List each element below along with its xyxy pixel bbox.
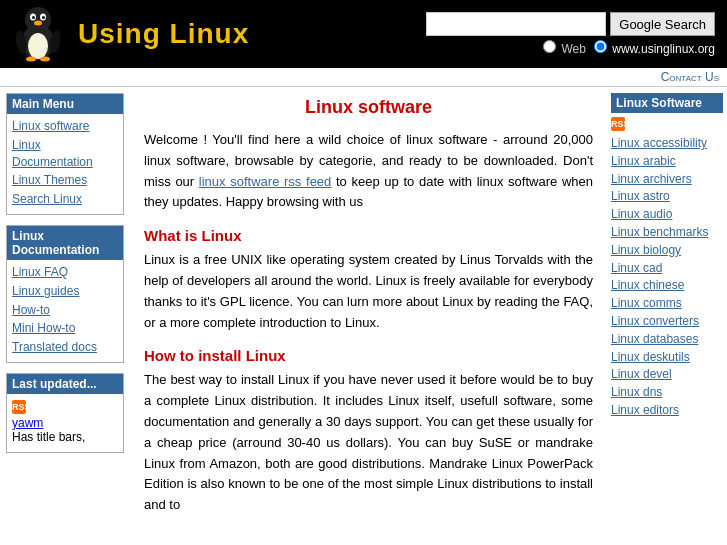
sidebar-item-linux-themes[interactable]: Linux Themes <box>12 172 118 189</box>
main-layout: Main Menu Linux software Linux Documenta… <box>0 87 727 534</box>
header: Using Linux Google Search Web www.usingl… <box>0 0 727 68</box>
content-title: Linux software <box>144 97 593 118</box>
contact-bar: Contact Us <box>0 68 727 87</box>
linux-doc-title: Linux Documentation <box>7 226 123 260</box>
rs-linux-chinese[interactable]: Linux chinese <box>611 277 723 294</box>
last-updated-item[interactable]: yawm <box>12 416 43 430</box>
svg-point-1 <box>28 33 48 59</box>
section2-title: How to install Linux <box>144 347 593 364</box>
rs-linux-benchmarks[interactable]: Linux benchmarks <box>611 224 723 241</box>
radio-site[interactable] <box>594 40 607 53</box>
sidebar-item-search-linux[interactable]: Search Linux <box>12 191 118 208</box>
radio-web-label[interactable]: Web <box>543 40 586 56</box>
search-button[interactable]: Google Search <box>610 12 715 36</box>
search-area: Google Search Web www.usinglinux.org <box>426 12 719 56</box>
logo-text: Using Linux <box>78 18 249 50</box>
sidebar-item-linux-software[interactable]: Linux software <box>12 118 118 135</box>
right-rss-icon-wrapper: RSS <box>611 115 723 135</box>
content-intro: Welcome ! You'll find here a wild choice… <box>144 130 593 213</box>
rs-linux-cad[interactable]: Linux cad <box>611 260 723 277</box>
tux-logo-icon <box>8 4 68 64</box>
svg-point-2 <box>25 7 51 33</box>
sidebar-item-translated-docs[interactable]: Translated docs <box>12 339 118 356</box>
main-menu-content: Linux software Linux Documentation Linux… <box>7 114 123 214</box>
section1-text: Linux is a free UNIX like operating syst… <box>144 250 593 333</box>
svg-point-8 <box>26 57 36 62</box>
header-logo: Using Linux <box>8 4 249 64</box>
logo-plain: Using <box>78 18 170 49</box>
sidebar-item-mini-how-to[interactable]: Mini How-to <box>12 320 118 337</box>
svg-point-9 <box>40 57 50 62</box>
linux-doc-box: Linux Documentation Linux FAQ Linux guid… <box>6 225 124 363</box>
left-sidebar: Main Menu Linux software Linux Documenta… <box>0 87 130 534</box>
sidebar-item-how-to[interactable]: How-to <box>12 302 118 319</box>
radio-site-label[interactable]: www.usinglinux.org <box>594 40 715 56</box>
svg-point-7 <box>34 21 42 26</box>
rss-icon: RSS <box>12 400 26 414</box>
search-options: Web www.usinglinux.org <box>543 40 715 56</box>
last-updated-content: RSS yawm Has title bars, <box>7 394 123 452</box>
right-sidebar: Linux Software RSS Linux accessibility L… <box>607 87 727 534</box>
sidebar-item-linux-documentation[interactable]: Linux Documentation <box>12 137 118 171</box>
section1-title: What is Linux <box>144 227 593 244</box>
svg-point-6 <box>42 16 45 19</box>
svg-point-5 <box>32 16 35 19</box>
rss-feed-link[interactable]: linux software rss feed <box>199 174 331 189</box>
main-menu-title: Main Menu <box>7 94 123 114</box>
rs-linux-comms[interactable]: Linux comms <box>611 295 723 312</box>
rs-linux-archivers[interactable]: Linux archivers <box>611 171 723 188</box>
rs-linux-biology[interactable]: Linux biology <box>611 242 723 259</box>
search-input[interactable] <box>426 12 606 36</box>
rs-linux-deskutils[interactable]: Linux deskutils <box>611 349 723 366</box>
radio-web[interactable] <box>543 40 556 53</box>
rs-linux-devel[interactable]: Linux devel <box>611 366 723 383</box>
section2-text: The best way to install Linux if you hav… <box>144 370 593 516</box>
sidebar-item-linux-faq[interactable]: Linux FAQ <box>12 264 118 281</box>
last-updated-box: Last updated... RSS yawm Has title bars, <box>6 373 124 453</box>
main-content: Linux software Welcome ! You'll find her… <box>130 87 607 534</box>
right-rss-icon: RSS <box>611 117 625 131</box>
rs-linux-accessibility[interactable]: Linux accessibility <box>611 135 723 152</box>
rs-linux-converters[interactable]: Linux converters <box>611 313 723 330</box>
main-menu-box: Main Menu Linux software Linux Documenta… <box>6 93 124 215</box>
linux-doc-content: Linux FAQ Linux guides How-to Mini How-t… <box>7 260 123 362</box>
rs-linux-dns[interactable]: Linux dns <box>611 384 723 401</box>
last-updated-description: Has title bars, <box>12 430 118 444</box>
rs-linux-audio[interactable]: Linux audio <box>611 206 723 223</box>
rs-linux-arabic[interactable]: Linux arabic <box>611 153 723 170</box>
search-row: Google Search <box>426 12 715 36</box>
right-sidebar-title: Linux Software <box>611 93 723 113</box>
sidebar-item-linux-guides[interactable]: Linux guides <box>12 283 118 300</box>
logo-accent: Linux <box>170 18 250 49</box>
rs-linux-databases[interactable]: Linux databases <box>611 331 723 348</box>
contact-link[interactable]: Contact Us <box>661 70 719 84</box>
rs-linux-editors[interactable]: Linux editors <box>611 402 723 419</box>
last-updated-title: Last updated... <box>7 374 123 394</box>
rs-linux-astro[interactable]: Linux astro <box>611 188 723 205</box>
